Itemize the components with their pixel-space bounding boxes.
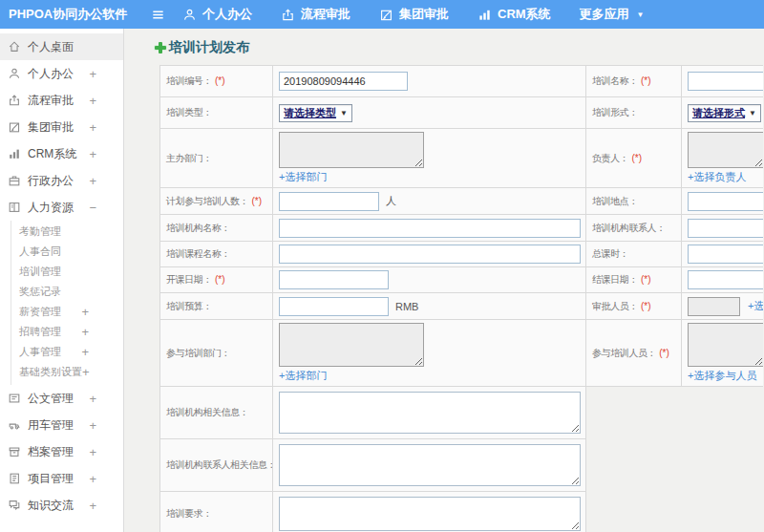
select-participants-link[interactable]: +选择参与人员 xyxy=(688,369,756,383)
sidebar-item-document-mgmt[interactable]: 公文管理 + xyxy=(0,385,123,412)
join-staff-label: 参与培训人员：(*) xyxy=(586,320,682,387)
total-hours-label: 总课时： xyxy=(586,242,682,267)
notebook-icon xyxy=(8,472,21,485)
join-staff-textarea[interactable] xyxy=(688,323,763,367)
expand-icon[interactable]: + xyxy=(89,392,96,406)
expand-icon[interactable]: + xyxy=(89,94,96,108)
expand-icon[interactable]: + xyxy=(89,445,96,459)
host-dept-textarea[interactable] xyxy=(279,132,424,168)
required-mark: (*) xyxy=(215,75,225,86)
nav-group-approval[interactable]: 集团审批 xyxy=(379,6,449,23)
course-name-label: 培训课程名称： xyxy=(160,242,273,267)
expand-icon[interactable]: + xyxy=(89,174,96,188)
sidebar-item-crm-system[interactable]: CRM系统 + xyxy=(0,140,123,167)
end-date-input[interactable] xyxy=(688,270,763,289)
nav-crm-system[interactable]: CRM系统 xyxy=(478,6,551,23)
sidebar-item-group-approval[interactable]: 集团审批 + xyxy=(0,114,123,140)
select-leader-link[interactable]: +选择负责人 xyxy=(688,170,746,184)
home-icon xyxy=(8,40,21,53)
nav-more-apps[interactable]: 更多应用 ▼ xyxy=(580,6,645,23)
sidebar-item-workflow-approval[interactable]: 流程审批 + xyxy=(0,87,123,114)
sidebar-item-project-mgmt[interactable]: 项目管理 + xyxy=(0,465,123,492)
leader-label: 负责人：(*) xyxy=(586,129,682,188)
select-approver-link[interactable]: +选择审批人员 xyxy=(748,299,763,313)
expand-icon[interactable]: + xyxy=(89,499,96,513)
leader-textarea[interactable] xyxy=(688,132,763,168)
training-name-input[interactable] xyxy=(688,72,763,91)
expand-icon[interactable]: + xyxy=(89,67,96,81)
planned-count-input[interactable] xyxy=(279,192,379,211)
expand-icon[interactable]: + xyxy=(81,345,89,359)
training-type-select[interactable]: 请选择类型 ▼ xyxy=(279,104,352,122)
training-type-label: 培训类型： xyxy=(160,97,273,129)
org-name-input[interactable] xyxy=(279,219,581,238)
required-mark: (*) xyxy=(631,153,642,163)
sidebar: 个人桌面 个人办公 + 流程审批 + 集团审批 + CRM系统 + 行政办公 + xyxy=(0,29,124,532)
select-dept-link[interactable]: +选择部门 xyxy=(279,369,327,383)
unit-person: 人 xyxy=(386,195,396,206)
location-input[interactable] xyxy=(688,192,763,211)
org-contact-label: 培训机构联系人： xyxy=(586,215,682,242)
sidebar-item-salary-mgmt[interactable]: 薪资管理 + xyxy=(11,302,123,322)
nav-personal-office[interactable]: 个人办公 xyxy=(182,6,252,23)
course-name-input[interactable] xyxy=(279,245,581,264)
training-form-select[interactable]: 请选择形式 ▼ xyxy=(688,104,761,122)
expand-icon[interactable]: + xyxy=(82,365,90,379)
expand-icon[interactable]: + xyxy=(89,147,96,161)
sidebar-submenu-hr: 考勤管理 人事合同 培训管理 奖惩记录 薪资管理 + 招聘管理 + 人事管理 + xyxy=(11,221,123,385)
join-dept-label: 参与培训部门： xyxy=(160,320,273,387)
org-info-label: 培训机构相关信息： xyxy=(160,387,273,439)
requirements-textarea[interactable] xyxy=(279,497,581,531)
sidebar-item-admin-office[interactable]: 行政办公 + xyxy=(0,167,123,194)
expand-icon[interactable]: + xyxy=(89,120,96,135)
expand-icon[interactable]: + xyxy=(89,472,96,486)
page-title: 培训计划发布 xyxy=(155,39,764,56)
sidebar-item-base-category-settings[interactable]: 基础类别设置 + xyxy=(11,362,123,382)
edit-icon xyxy=(8,120,21,134)
sidebar-item-personal-desktop[interactable]: 个人桌面 xyxy=(0,33,123,60)
required-mark: (*) xyxy=(641,75,651,86)
approver-input[interactable] xyxy=(688,297,740,316)
sidebar-item-recruit-mgmt[interactable]: 招聘管理 + xyxy=(11,322,123,342)
expand-icon[interactable]: + xyxy=(81,305,89,319)
org-contact-input[interactable] xyxy=(688,219,763,238)
total-hours-input[interactable] xyxy=(688,245,763,264)
required-mark: (*) xyxy=(251,196,262,206)
collapse-icon[interactable]: − xyxy=(89,201,96,215)
caret-down-icon: ▼ xyxy=(637,11,645,19)
training-no-input[interactable] xyxy=(279,72,408,91)
nav-workflow-approval[interactable]: 流程审批 xyxy=(281,6,350,23)
budget-input[interactable] xyxy=(279,297,389,316)
upload-icon xyxy=(281,8,295,22)
expand-icon[interactable]: + xyxy=(81,325,89,339)
training-name-label: 培训名称：(*) xyxy=(586,66,682,97)
user-icon xyxy=(182,8,197,22)
user-icon xyxy=(8,67,21,80)
sidebar-item-human-resources[interactable]: 人力资源 − xyxy=(0,194,123,221)
org-name-label: 培训机构名称： xyxy=(160,215,273,242)
training-no-label: 培训编号：(*) xyxy=(160,66,273,97)
sidebar-item-archive-mgmt[interactable]: 档案管理 + xyxy=(0,438,123,465)
sidebar-item-hr-contract[interactable]: 人事合同 xyxy=(11,242,123,262)
hamburger-menu-icon[interactable] xyxy=(151,8,165,22)
sidebar-item-knowledge-exchange[interactable]: 知识交流 + xyxy=(0,492,123,519)
required-mark: (*) xyxy=(215,274,225,285)
org-contact-info-textarea[interactable] xyxy=(279,444,581,486)
sidebar-item-vehicle-mgmt[interactable]: 用车管理 + xyxy=(0,412,123,438)
join-dept-textarea[interactable] xyxy=(279,323,424,367)
sidebar-item-training-mgmt[interactable]: 培训管理 xyxy=(11,262,123,282)
sidebar-item-personal-office[interactable]: 个人办公 + xyxy=(0,60,123,87)
org-info-textarea[interactable] xyxy=(279,392,581,434)
sidebar-item-reward-punish[interactable]: 奖惩记录 xyxy=(11,282,123,302)
empty-area xyxy=(586,439,764,492)
archive-icon xyxy=(8,445,21,458)
org-contact-info-label: 培训机构联系人相关信息： xyxy=(160,439,273,492)
requirements-label: 培训要求： xyxy=(160,492,273,532)
start-date-input[interactable] xyxy=(279,270,389,289)
sidebar-item-personnel-mgmt[interactable]: 人事管理 + xyxy=(11,342,123,362)
expand-icon[interactable]: + xyxy=(89,418,96,433)
sidebar-item-attendance-mgmt[interactable]: 考勤管理 xyxy=(11,222,123,242)
caret-down-icon: ▼ xyxy=(340,109,348,117)
training-form-label: 培训形式： xyxy=(586,97,682,129)
select-dept-link[interactable]: +选择部门 xyxy=(279,170,327,184)
